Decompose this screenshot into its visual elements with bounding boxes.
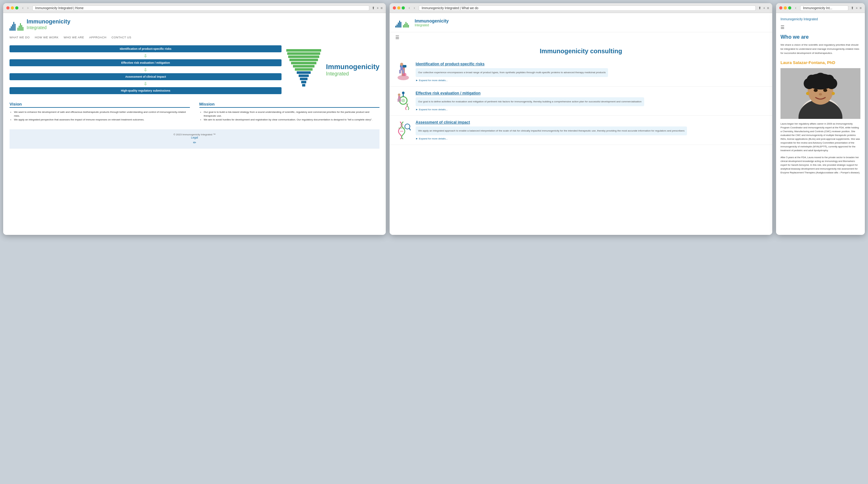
close-button-2[interactable] <box>393 6 396 9</box>
w3-top-link[interactable]: Immunogenicity Integrated <box>780 16 860 22</box>
funnel-logo-sub: Integrated <box>326 71 379 77</box>
mission-item-1: Our goal is to build a risk-based strate… <box>204 110 380 118</box>
svg-point-47 <box>832 92 835 95</box>
browser-chrome-home: ‹ › Immunogenicity Integrated | Home ⬆ +… <box>3 3 386 13</box>
svg-rect-4 <box>291 62 316 64</box>
svg-rect-7 <box>297 71 311 74</box>
w3-hamburger-icon[interactable]: ☰ <box>780 25 860 30</box>
expand-clinical[interactable]: ► Expand for more details... <box>415 137 687 140</box>
w2-body-mitigation: Our goal is to define activities for eva… <box>415 97 644 106</box>
maximize-button[interactable] <box>15 6 19 9</box>
menu-icon-3[interactable]: ≡ <box>860 6 862 10</box>
vision-item-2: We apply an integrated perspective that … <box>14 118 190 122</box>
vision-title: Vision <box>9 102 190 108</box>
person-name: Laura Salazar-Fontana, PhD <box>780 60 860 65</box>
forward-button-2[interactable]: › <box>412 5 416 11</box>
address-bar-3[interactable]: Immunogenicity Int... <box>800 5 848 11</box>
maximize-button-3[interactable] <box>788 6 791 9</box>
nav-contact-us[interactable]: CONTACT US <box>112 36 131 39</box>
minimize-button[interactable] <box>11 6 14 9</box>
svg-point-43 <box>814 89 818 92</box>
svg-rect-19 <box>402 70 404 73</box>
browser-icons: ⬆ + ≡ <box>372 6 383 10</box>
svg-rect-17 <box>400 66 403 70</box>
minimize-button-3[interactable] <box>784 6 787 9</box>
nav-who-we-are[interactable]: WHO WE ARE <box>64 36 84 39</box>
back-button[interactable]: ‹ <box>21 5 25 11</box>
funnel-box-3: Assessment of clinical impact <box>9 73 281 80</box>
funnel-box-4: High-quality regulatory submissions <box>9 87 281 94</box>
browser-chrome-2: ‹ › Immunogenicity Integrated | What we … <box>390 3 772 13</box>
vision-list: We want to enhance the development of sa… <box>9 110 190 122</box>
new-tab-icon[interactable]: + <box>377 6 378 10</box>
footer: © 2023 Immunogenicity Integrated ™ Legal… <box>9 129 379 149</box>
w2-logo-sub: Integrated <box>415 24 448 27</box>
person-photo <box>780 68 860 119</box>
close-button[interactable] <box>6 6 9 9</box>
svg-rect-10 <box>301 81 306 83</box>
svg-point-16 <box>400 63 403 66</box>
nav-what-we-do[interactable]: WHAT WE DO <box>9 36 30 39</box>
address-bar-2[interactable]: Immunogenicity Integrated | What we do <box>419 5 756 11</box>
w3-bio-1: Laura began her regulatory affairs caree… <box>780 122 860 153</box>
funnel-chart-svg <box>285 47 323 92</box>
back-button-3[interactable]: ‹ <box>794 5 798 11</box>
maximize-button-2[interactable] <box>402 6 405 9</box>
svg-point-45 <box>819 93 822 96</box>
hamburger-icon[interactable]: ☰ <box>395 35 767 40</box>
expand-mitigation[interactable]: ► Expand for more details... <box>415 108 644 111</box>
w2-logo-text: Immunogenicity Integrated <box>415 19 448 27</box>
mission-section: Mission Our goal is to build a risk-base… <box>199 102 380 122</box>
browser-icons-2: ⬆ + ≡ <box>758 6 769 10</box>
logo-title: Immunogenicity <box>27 19 70 25</box>
w2-content-risks: Identification of product-specific risks… <box>415 62 608 82</box>
close-button-3[interactable] <box>779 6 782 9</box>
w2-body-risks: Our collective experience encompasses a … <box>415 68 608 77</box>
w2-icon-risks <box>395 62 411 81</box>
svg-rect-27 <box>399 99 401 102</box>
svg-rect-9 <box>300 78 308 80</box>
svg-rect-18 <box>399 70 401 73</box>
svg-rect-3 <box>289 59 318 61</box>
menu-icon-2[interactable]: ≡ <box>767 6 769 10</box>
menu-icon[interactable]: ≡ <box>381 6 383 10</box>
w2-page-title: Immunogenicity consulting <box>390 42 772 57</box>
w2-content-clinical: Assessment of clinical impact We apply a… <box>415 120 687 140</box>
w2-section-risks: Identification of product-specific risks… <box>390 57 772 87</box>
copyright-text: © 2023 Immunogenicity Integrated ™ <box>13 133 376 136</box>
arrow-down-2: ⇩ <box>9 67 281 72</box>
mission-title: Mission <box>199 102 380 108</box>
new-tab-icon-2[interactable]: + <box>763 6 765 10</box>
back-button-2[interactable]: ‹ <box>407 5 411 11</box>
mitigation-illustration <box>395 91 411 110</box>
w2-content-mitigation: Effective risk evaluation / mitigation O… <box>415 91 644 111</box>
w2-section-clinical: Assessment of clinical impact We apply a… <box>390 116 772 145</box>
browser-navigation-2: ‹ › <box>407 5 416 11</box>
share-icon-3[interactable]: ⬆ <box>851 6 854 10</box>
w2-icon-clinical <box>395 120 411 139</box>
arrow-down-1: ⇩ <box>9 54 281 58</box>
w3-section-title: Who we are <box>780 34 860 40</box>
nav-approach[interactable]: APPROACH <box>89 36 106 39</box>
vision-item-1: We want to enhance the development of sa… <box>14 110 190 118</box>
address-bar[interactable]: Immunogenicity Integrated | Home <box>32 5 369 11</box>
svg-point-46 <box>806 92 809 95</box>
legal-link[interactable]: Legal <box>13 136 376 139</box>
nav-how-we-work[interactable]: HOW WE WORK <box>35 36 59 39</box>
share-icon-2[interactable]: ⬆ <box>758 6 761 10</box>
funnel-visual: Immunogenicity Integrated <box>285 47 379 92</box>
person-portrait-svg <box>780 68 860 119</box>
mission-list: Our goal is to build a risk-based strate… <box>199 110 380 122</box>
minimize-button-2[interactable] <box>397 6 400 9</box>
new-tab-icon-3[interactable]: + <box>856 6 858 10</box>
clinical-illustration <box>395 120 411 139</box>
window-controls-3 <box>779 6 791 9</box>
w3-intro: We share a vision of the scientific and … <box>780 43 860 55</box>
svg-rect-11 <box>302 84 305 87</box>
svg-rect-6 <box>295 68 313 71</box>
w2-hamburger-area: ☰ <box>390 32 772 42</box>
forward-button[interactable]: › <box>26 5 30 11</box>
svg-point-44 <box>823 89 828 92</box>
share-icon[interactable]: ⬆ <box>372 6 375 10</box>
expand-risks[interactable]: ► Expand for more details... <box>415 79 608 82</box>
